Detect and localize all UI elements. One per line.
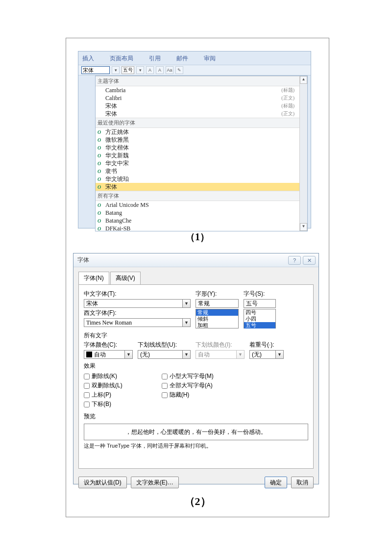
font-item[interactable]: Calibri(正文) [96,94,299,102]
underline-color-combo: 自动 ▼ [196,350,245,359]
en-font-combo[interactable]: Times New Roman ▼ [84,318,191,327]
label-underline: 下划线线型(U): [138,341,196,349]
font-item-label: 微软雅黑 [105,136,297,144]
truetype-icon: O [98,218,103,224]
font-item-label: 宋体 [105,110,281,118]
cn-font-value: 宋体 [84,300,182,308]
list-item[interactable]: 四号 [244,309,275,316]
font-item[interactable]: O微软雅黑 [96,136,299,144]
cancel-button[interactable]: 取消 [291,477,314,488]
truetype-icon: O [98,210,103,216]
font-item-label: Calibri [105,95,281,102]
cn-font-combo[interactable]: 宋体 ▼ [84,299,191,308]
underline-value: (无) [138,351,182,359]
color-swatch-icon [86,352,92,357]
en-font-value: Times New Roman [84,319,182,327]
cb-small-caps[interactable]: 小型大写字母(M) [162,372,214,380]
ribbon-tab-layout[interactable]: 页面布局 [110,54,133,63]
label-style: 字形(Y): [196,290,244,298]
font-item-label: 华文新魏 [105,151,297,160]
font-item-highlighted[interactable]: O 宋体 [96,183,299,191]
ribbon-tab-mail[interactable]: 邮件 [176,54,188,63]
font-item[interactable]: 宋体(正文) [96,110,299,118]
font-item[interactable]: OBatang [96,209,299,217]
ok-button[interactable]: 确定 [265,477,287,488]
font-item[interactable]: OBatangChe [96,217,299,225]
emphasis-combo[interactable]: (无) ▼ [249,350,284,359]
font-name-input[interactable]: 宋体 [81,66,110,74]
label-cn-font: 中文字体(T): [84,290,196,298]
font-item[interactable]: OArial Unicode MS [96,201,299,209]
tab-font[interactable]: 字体(N) [78,272,109,285]
font-dialog: 字体 ? ✕ 字体(N) 高级(V) 中文字体(T): 字形(Y): 字号(S)… [73,253,319,484]
font-item-tag: (正文) [281,110,294,117]
cb-double-strike[interactable]: 双删除线(L) [84,381,122,390]
shrink-font-button[interactable]: A [156,66,164,74]
help-button[interactable]: ? [288,256,301,265]
font-item[interactable]: O方正姚体 [96,128,299,136]
font-color-combo[interactable]: 自动 ▼ [84,350,133,359]
label-en-font: 西文字体(F): [84,309,196,317]
size-dropdown-arrow[interactable]: ▾ [136,66,144,74]
group-preview: 预览 [84,412,308,421]
font-list-scrollbar[interactable]: ▲ ▼ [299,76,307,231]
truetype-icon: O [98,161,103,166]
size-listbox[interactable]: 四号 小四 五号 [244,309,276,328]
truetype-icon: O [98,145,103,151]
cb-hidden[interactable]: 隐藏(H) [162,391,214,399]
list-item[interactable]: 五号 [244,322,275,328]
preview-box: ，想起他时，心里暖暖的，有一份美好，有一份感动。 [84,424,308,440]
cb-strikethrough[interactable]: 删除线(K) [84,372,122,380]
truetype-icon: O [98,169,103,174]
truetype-icon: O [98,129,103,135]
font-item[interactable]: O华文琥珀 [96,175,299,183]
scroll-up-button[interactable]: ▲ [300,76,307,84]
label-emphasis: 着重号(·): [249,341,274,349]
font-item[interactable]: Cambria(标题) [96,86,299,94]
font-dropdown-arrow[interactable]: ▾ [112,66,120,74]
list-item[interactable]: 小四 [244,316,275,322]
font-list: 主题字体 Cambria(标题)Calibri(正文)宋体(标题)宋体(正文) … [96,76,299,231]
close-button[interactable]: ✕ [303,256,316,265]
truetype-icon: O [98,184,103,190]
ribbon-tab-insert[interactable]: 插入 [82,54,94,63]
scroll-down-button[interactable]: ▼ [300,223,307,231]
chevron-down-icon: ▼ [182,300,190,307]
change-case-button[interactable]: Aa [166,66,173,74]
list-item[interactable]: 加粗 [196,322,238,328]
cb-all-caps[interactable]: 全部大写字母(A) [162,381,214,390]
font-item-label: 华文楷体 [105,144,297,152]
font-item[interactable]: O华文中宋 [96,159,299,167]
cb-superscript[interactable]: 上标(P) [84,391,122,399]
preview-text: ，想起他时，心里暖暖的，有一份美好，有一份感动。 [125,428,267,436]
truetype-icon: O [98,153,103,158]
cb-subscript[interactable]: 下标(B) [84,400,122,408]
hint-text: 这是一种 TrueType 字体，同时适用于屏幕和打印机。 [84,442,308,450]
font-list-wrap: 主题字体 Cambria(标题)Calibri(正文)宋体(标题)宋体(正文) … [95,76,308,231]
list-item[interactable]: 常规 [196,309,238,316]
font-item-tag: (标题) [281,102,294,109]
caption-2: （2） [66,494,329,509]
style-listbox[interactable]: 常规 倾斜 加粗 [196,309,239,328]
grow-font-button[interactable]: A [146,66,154,74]
underline-combo[interactable]: (无) ▼ [138,350,191,359]
text-effects-button[interactable]: 文字效果(E)… [131,477,179,488]
font-item-label: BatangChe [105,217,297,225]
font-item[interactable]: O隶书 [96,167,299,175]
set-default-button[interactable]: 设为默认值(D) [78,477,127,488]
caption-1: （1） [66,230,329,244]
list-item[interactable]: 倾斜 [196,316,238,322]
chevron-down-icon: ▼ [124,351,132,358]
style-input[interactable]: 常规 [196,299,239,308]
label-color: 字体颜色(C): [84,341,138,349]
size-input[interactable]: 五号 [244,299,276,308]
font-size-input[interactable]: 五号 [122,66,134,74]
tab-advanced[interactable]: 高级(V) [110,272,141,285]
font-item-tag: (正文) [281,95,294,101]
font-item[interactable]: O华文新魏 [96,151,299,159]
ribbon-tab-review[interactable]: 审阅 [204,54,216,63]
font-item[interactable]: 宋体(标题) [96,102,299,110]
font-item[interactable]: O华文楷体 [96,144,299,151]
clear-format-button[interactable]: ✎ [175,66,183,74]
ribbon-tab-ref[interactable]: 引用 [149,54,161,63]
